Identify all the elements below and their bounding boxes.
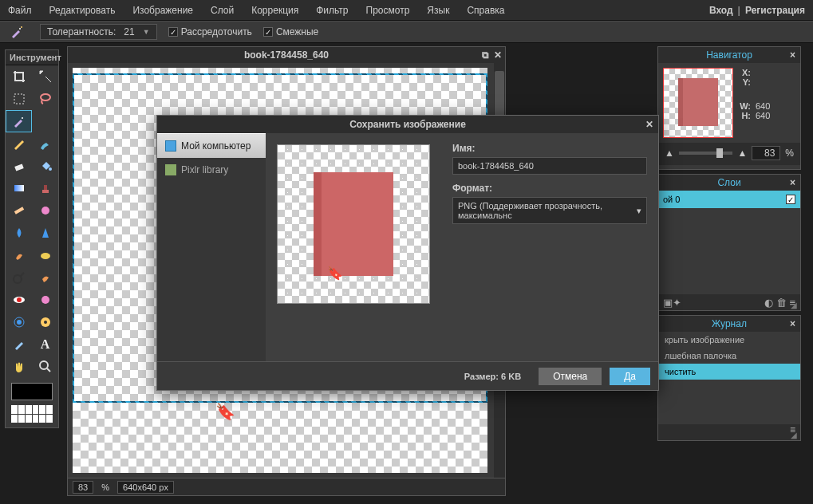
dest-my-computer[interactable]: Мой компьютер <box>157 133 266 158</box>
tool-pencil[interactable] <box>6 132 32 155</box>
tool-replace[interactable] <box>32 199 58 222</box>
tool-smudge[interactable] <box>6 244 32 266</box>
tool-type[interactable]: A <box>32 333 58 356</box>
tool-dodge[interactable] <box>6 266 32 289</box>
zoom-in-icon[interactable]: ▲ <box>737 148 747 159</box>
tool-sharpen[interactable] <box>32 222 58 244</box>
format-value: PNG (Поддерживает прозрачность, максимал… <box>458 201 637 220</box>
svg-point-12 <box>41 253 50 259</box>
maximize-icon[interactable]: ⧉ <box>482 49 489 61</box>
save-dialog: Сохранить изображение ✕ Мой компьютер Pi… <box>156 115 659 391</box>
history-item[interactable]: чистить <box>658 364 800 380</box>
menu-help[interactable]: Справка <box>467 5 504 16</box>
close-icon[interactable]: × <box>790 177 795 188</box>
nav-zoom-value[interactable]: 83 <box>752 146 780 160</box>
history-item[interactable]: крыть изображение <box>658 332 800 348</box>
zoom-value[interactable]: 83 <box>73 481 93 494</box>
chevron-down-icon: ▾ <box>637 206 641 216</box>
cancel-button[interactable]: Отмена <box>539 368 602 385</box>
svg-point-13 <box>14 275 22 283</box>
dialog-title: Сохранить изображение <box>349 119 466 130</box>
tool-eraser[interactable] <box>6 155 32 177</box>
close-icon[interactable]: × <box>790 318 795 329</box>
visibility-checkbox[interactable]: ✓ <box>786 195 795 204</box>
dest-pixlr-library[interactable]: Pixlr library <box>157 158 266 182</box>
name-input[interactable] <box>452 157 647 175</box>
svg-point-22 <box>40 361 48 369</box>
palette[interactable] <box>11 405 53 423</box>
tool-pinch[interactable] <box>32 311 58 333</box>
svg-rect-8 <box>42 190 49 193</box>
dialog-titlebar[interactable]: Сохранить изображение ✕ <box>157 116 658 133</box>
chevron-down-icon: ▼ <box>143 28 150 36</box>
canvas-titlebar[interactable]: book-1784458_640 ⧉ ✕ <box>68 47 505 63</box>
zoom-slider[interactable] <box>679 152 733 155</box>
resize-grip[interactable]: ◢ <box>791 431 799 439</box>
tool-marquee[interactable] <box>6 88 32 110</box>
tool-panel: Инструмент A <box>5 49 59 428</box>
trash-icon[interactable]: 🗑 <box>776 297 787 309</box>
tool-bucket[interactable] <box>32 155 58 177</box>
color-swatch[interactable] <box>11 383 53 400</box>
tool-burn[interactable] <box>32 266 58 289</box>
format-select[interactable]: PNG (Поддерживает прозрачность, максимал… <box>452 197 647 224</box>
zoom-unit: % <box>101 482 109 492</box>
menu-file[interactable]: Файл <box>8 5 32 16</box>
tool-wand[interactable] <box>6 110 32 132</box>
svg-rect-2 <box>14 94 24 104</box>
ok-button[interactable]: Да <box>610 368 650 385</box>
tool-spot[interactable] <box>32 289 58 311</box>
navigator-panel: Навигатор × X: Y: W:640 H:640 ▲ ▲ 83 % <box>657 46 801 170</box>
menu-edit[interactable]: Редактировать <box>49 5 116 16</box>
tool-stamp[interactable] <box>32 177 58 199</box>
tool-heal[interactable] <box>6 199 32 222</box>
close-icon[interactable]: ✕ <box>494 49 502 61</box>
format-label: Формат: <box>452 183 647 194</box>
menu-layer[interactable]: Слой <box>211 5 234 16</box>
canvas-title: book-1784458_640 <box>244 49 329 61</box>
check-icon: ✓ <box>263 27 273 37</box>
navigator-thumbnail[interactable] <box>663 68 733 138</box>
layer-item[interactable]: ой 0 ✓ <box>658 191 800 208</box>
menu-language[interactable]: Язык <box>427 5 449 16</box>
signup-link[interactable]: Регистрация <box>745 5 805 16</box>
toolbar: Толерантность: 21 ▼ ✓ Рассредоточить ✓ С… <box>0 21 813 43</box>
tool-brush[interactable] <box>32 132 58 155</box>
tolerance-value: 21 <box>124 26 134 37</box>
history-item[interactable]: лшебная палочка <box>658 348 800 364</box>
tool-redeye[interactable] <box>6 289 32 311</box>
tool-bloat[interactable] <box>6 311 32 333</box>
canvas-dims: 640x640 px <box>117 481 174 494</box>
svg-rect-9 <box>44 185 47 190</box>
wand-icon <box>5 26 29 38</box>
tool-picker[interactable] <box>6 333 32 356</box>
tool-hand[interactable] <box>6 356 32 378</box>
dialog-preview: 🔖 <box>277 144 430 304</box>
login-link[interactable]: Вход <box>709 5 733 16</box>
close-icon[interactable]: ✕ <box>645 119 653 130</box>
monitor-icon <box>165 140 176 152</box>
tool-lasso[interactable] <box>32 88 58 110</box>
menu-view[interactable]: Просмотр <box>366 5 410 16</box>
scatter-checkbox[interactable]: ✓ Рассредоточить <box>168 26 252 37</box>
tool-blur[interactable] <box>6 222 32 244</box>
tool-sponge[interactable] <box>32 244 58 266</box>
tool-gradient[interactable] <box>6 177 32 199</box>
tool-zoom[interactable] <box>32 356 58 378</box>
svg-line-23 <box>47 368 50 372</box>
resize-grip[interactable]: ◢ <box>791 301 799 309</box>
menu-adjust[interactable]: Коррекция <box>251 5 298 16</box>
zoom-out-icon[interactable]: ▲ <box>665 148 674 159</box>
svg-point-11 <box>41 207 49 215</box>
canvas-statusbar: 83 % 640x640 px <box>68 478 505 495</box>
close-icon[interactable]: × <box>790 49 795 61</box>
menu-image[interactable]: Изображение <box>132 5 193 16</box>
tolerance-control[interactable]: Толерантность: 21 ▼ <box>40 24 157 40</box>
contiguous-checkbox[interactable]: ✓ Смежные <box>263 26 318 37</box>
tool-move[interactable] <box>32 65 58 88</box>
svg-rect-5 <box>14 163 23 171</box>
mask-icon[interactable]: ◐ <box>764 297 773 309</box>
menu-filter[interactable]: Фильтр <box>316 5 348 16</box>
tool-crop[interactable] <box>6 65 32 88</box>
new-layer-icon[interactable]: ▣✦ <box>663 297 681 309</box>
